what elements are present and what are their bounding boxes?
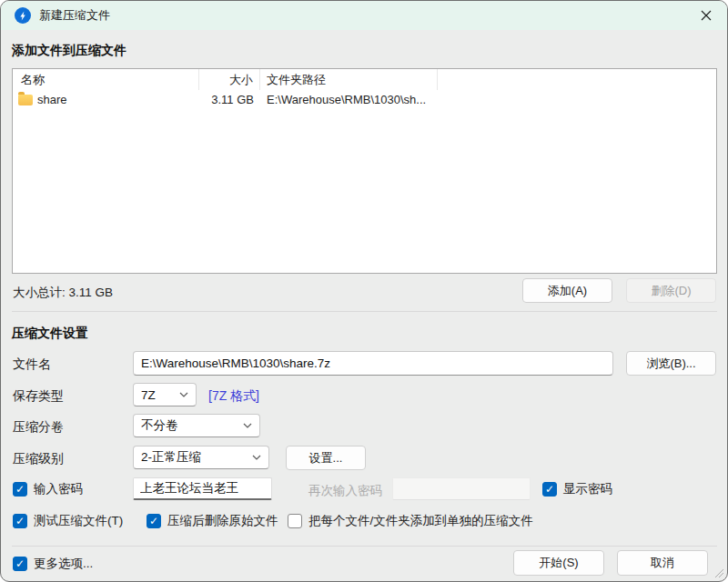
checkbox-icon [13, 557, 27, 571]
file-row[interactable]: share 3.11 GB E:\Warehouse\RMB\1030\sh..… [13, 90, 716, 109]
add-button[interactable]: 添加(A) [522, 278, 612, 303]
column-header-filler [438, 69, 716, 90]
checkbox-icon [147, 514, 161, 528]
checkbox-icon [542, 482, 557, 497]
level-label: 压缩级别 [13, 451, 64, 467]
new-archive-dialog: 新建压缩文件 添加文件到压缩文件 名称 大小 文件夹路径 share 3.11 … [0, 0, 728, 582]
window-title: 新建压缩文件 [39, 7, 110, 24]
more-options-checkbox[interactable]: 更多选项... [13, 556, 93, 572]
file-size: 3.11 GB [199, 90, 260, 109]
password-input[interactable] [133, 477, 272, 500]
checkbox-icon [288, 514, 302, 528]
enter-password-checkbox[interactable]: 输入密码 [13, 481, 83, 497]
format-link[interactable]: [7Z 格式] [208, 388, 259, 405]
save-type-select[interactable]: 7Z [133, 383, 197, 406]
filename-label: 文件名 [13, 356, 51, 373]
level-select[interactable]: 2-正常压缩 [133, 446, 269, 469]
checkbox-icon [13, 514, 27, 528]
browse-button[interactable]: 浏览(B)... [626, 351, 716, 376]
test-archive-label: 测试压缩文件(T) [34, 513, 123, 529]
start-button[interactable]: 开始(S) [513, 550, 604, 576]
show-password-checkbox[interactable]: 显示密码 [542, 481, 612, 497]
checkbox-icon [13, 482, 27, 497]
confirm-password-input[interactable] [392, 477, 531, 500]
chevron-down-icon [243, 423, 252, 428]
test-archive-checkbox[interactable]: 测试压缩文件(T) [13, 513, 123, 529]
file-path: E:\Warehouse\RMB\1030\sh... [260, 90, 438, 109]
column-header-size[interactable]: 大小 [199, 69, 260, 90]
delete-button[interactable]: 删除(D) [626, 278, 716, 303]
split-select[interactable]: 不分卷 [133, 414, 260, 437]
enter-password-label: 输入密码 [34, 481, 83, 497]
settings-button[interactable]: 设置... [286, 446, 366, 470]
file-name: share [37, 90, 67, 109]
chevron-down-icon [252, 455, 261, 460]
bandizip-lightning-icon [15, 7, 31, 24]
section-divider [12, 311, 717, 312]
file-list-header: 名称 大小 文件夹路径 [13, 69, 716, 90]
more-options-label: 更多选项... [34, 556, 93, 572]
delete-original-label: 压缩后删除原始文件 [167, 513, 278, 529]
footer-divider [12, 546, 717, 547]
split-label: 压缩分卷 [13, 419, 64, 436]
separate-archive-checkbox[interactable]: 把每个文件/文件夹添加到单独的压缩文件 [288, 513, 533, 529]
cancel-button[interactable]: 取消 [617, 550, 708, 576]
filename-input[interactable] [133, 351, 613, 376]
close-icon [701, 10, 712, 21]
resize-grip-icon[interactable] [713, 567, 723, 577]
titlebar[interactable]: 新建压缩文件 [1, 1, 727, 30]
column-header-name[interactable]: 名称 [13, 69, 199, 90]
section-heading-archive-settings: 压缩文件设置 [12, 326, 88, 342]
save-type-label: 保存类型 [13, 388, 64, 405]
total-size-label: 大小总计: 3.11 GB [13, 285, 113, 301]
separate-archive-label: 把每个文件/文件夹添加到单独的压缩文件 [308, 513, 533, 529]
folder-icon [18, 95, 33, 105]
section-heading-add-files: 添加文件到压缩文件 [12, 43, 126, 59]
file-list: 名称 大小 文件夹路径 share 3.11 GB E:\Warehouse\R… [12, 68, 717, 274]
show-password-label: 显示密码 [563, 481, 612, 497]
chevron-down-icon [179, 392, 188, 397]
column-header-path[interactable]: 文件夹路径 [260, 69, 438, 90]
confirm-password-label: 再次输入密码 [308, 483, 382, 499]
close-button[interactable] [685, 1, 727, 30]
delete-original-checkbox[interactable]: 压缩后删除原始文件 [147, 513, 278, 529]
